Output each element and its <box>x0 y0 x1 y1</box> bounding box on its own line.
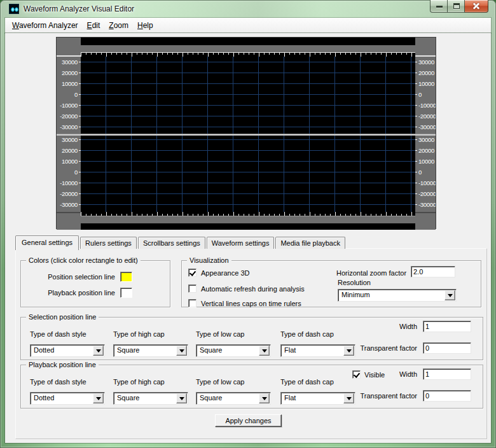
client-area: 3000020000100000-10000-20000-30000 30000… <box>5 33 491 443</box>
ruler-tick-label: 0 <box>57 89 78 100</box>
ruler-tick-label: -10000 <box>57 178 78 188</box>
menu-edit[interactable]: Edit <box>83 19 105 32</box>
time-ruler-bottom-track <box>81 212 415 230</box>
waveform-channel-1: 3000020000100000-10000-20000-30000 30000… <box>57 57 436 134</box>
ruler-tick-label: 20000 <box>57 145 78 156</box>
ruler-tick-label: 10000 <box>418 156 436 167</box>
window-controls <box>430 0 488 13</box>
tab-general-settings[interactable]: General settings <box>15 235 79 250</box>
maximize-button[interactable] <box>448 0 465 13</box>
time-ruler-top <box>57 38 436 57</box>
ruler-corner-top-right <box>415 38 436 57</box>
ruler-tick-label: -20000 <box>418 111 436 122</box>
time-ruler-bar-bottom <box>81 216 415 223</box>
menu-zoom[interactable]: Zoom <box>104 19 133 32</box>
ruler-corner-bottom-right <box>415 212 436 230</box>
waveform-channel-2: 3000020000100000-10000-20000-30000 30000… <box>57 136 436 212</box>
tab-scrollbars-settings[interactable]: Scrollbars settings <box>138 237 205 249</box>
ruler-tick-label: 30000 <box>418 57 436 67</box>
menu-bar: Waveform Analyzer Edit Zoom Help <box>5 18 491 33</box>
amplitude-ruler-left-ch2: 3000020000100000-10000-20000-30000 <box>57 136 81 212</box>
app-window: Waveform Analyzer Visual Editor Waveform… <box>0 0 496 448</box>
settings-tabbar: General settings Rulers settings Scrollb… <box>15 236 347 249</box>
menu-waveform-analyzer[interactable]: Waveform Analyzer <box>8 19 83 32</box>
tab-page-general <box>15 248 487 439</box>
title-bar[interactable]: Waveform Analyzer Visual Editor <box>0 0 496 18</box>
ruler-tick-label: -20000 <box>57 188 78 199</box>
waveform-display: 3000020000100000-10000-20000-30000 30000… <box>56 37 436 229</box>
close-button[interactable] <box>465 0 488 13</box>
ruler-tick-label: 10000 <box>57 156 78 167</box>
ruler-tick-label: -30000 <box>418 122 436 132</box>
time-ruler-bar-top <box>81 45 415 53</box>
waveform-grid-ch1[interactable] <box>81 57 415 134</box>
ruler-tick-label: 20000 <box>418 67 436 78</box>
amplitude-ruler-left-ch1: 3000020000100000-10000-20000-30000 <box>57 57 81 134</box>
ruler-tick-label: 30000 <box>57 136 78 145</box>
ruler-tick-label: 0 <box>418 89 436 100</box>
ruler-tick-label: -30000 <box>57 122 78 132</box>
ruler-tick-label: 0 <box>57 167 78 178</box>
ruler-tick-label: -20000 <box>418 188 436 199</box>
tab-rulers-settings[interactable]: Rulers settings <box>80 237 137 249</box>
ruler-tick-label: 30000 <box>418 136 436 145</box>
window-title: Waveform Analyzer Visual Editor <box>24 4 134 13</box>
waveform-grid-ch2[interactable] <box>81 136 415 212</box>
ruler-corner-top-left <box>57 38 81 57</box>
top-margin-strip <box>81 38 415 45</box>
ruler-tick-label: 30000 <box>57 57 78 67</box>
ruler-tick-label: -10000 <box>418 178 436 188</box>
ruler-tick-label: -10000 <box>57 100 78 111</box>
app-icon <box>9 4 19 14</box>
bottom-margin-strip <box>81 223 415 230</box>
tab-waveform-settings[interactable]: Waveform settings <box>207 237 275 249</box>
menu-help[interactable]: Help <box>133 19 158 32</box>
ruler-tick-label: -10000 <box>418 100 436 111</box>
ruler-tick-label: -30000 <box>57 199 78 210</box>
ruler-tick-label: 20000 <box>418 145 436 156</box>
ruler-tick-label: 10000 <box>57 78 78 89</box>
maximize-icon <box>453 3 460 9</box>
time-ruler-top-track <box>81 38 415 57</box>
amplitude-ruler-right-ch1: 3000020000100000-10000-20000-30000 <box>415 57 436 134</box>
ruler-corner-bottom-left <box>57 212 81 230</box>
time-ruler-bottom <box>57 212 436 230</box>
ruler-tick-label: 20000 <box>57 67 78 78</box>
minimize-icon <box>436 6 443 8</box>
ruler-tick-label: -30000 <box>418 199 436 210</box>
tab-media-file-playback[interactable]: Media file playback <box>275 237 345 249</box>
amplitude-ruler-right-ch2: 3000020000100000-10000-20000-30000 <box>415 136 436 212</box>
ruler-tick-label: -20000 <box>57 111 78 122</box>
ruler-tick-label: 10000 <box>418 78 436 89</box>
ruler-tick-label: 0 <box>418 167 436 178</box>
minimize-button[interactable] <box>430 0 448 13</box>
